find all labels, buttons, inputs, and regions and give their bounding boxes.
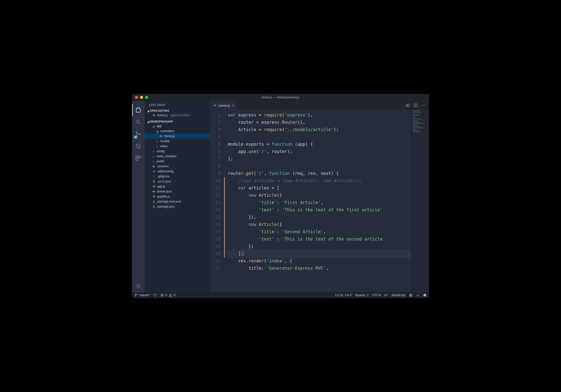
tree-item-label: app.js [157,185,165,188]
open-editor-item[interactable]: JS home.js app/controllers [145,113,210,118]
config-file-icon: ⚙ [152,170,156,173]
folder-item[interactable]: ▸public [145,159,210,164]
file-item[interactable]: JSgulpfile.js [145,194,210,199]
svg-point-17 [137,294,137,295]
json-file-icon: {} [152,180,156,183]
file-item[interactable]: {}package.json [145,204,210,209]
branch-name: master* [139,293,150,297]
scm-badge: 1 [134,136,137,139]
file-item[interactable]: JSapp.js [145,184,210,189]
svg-point-12 [422,105,423,106]
titlebar: home.js — NewExpressApp [132,94,429,101]
close-tab-icon[interactable]: × [232,103,234,107]
encoding-status[interactable]: UTF-8 [372,293,381,297]
more-icon[interactable] [422,103,426,108]
folder-item[interactable]: ◢app [145,124,210,129]
tree-item-label: home.js [164,134,175,138]
chevron-down-icon: ◢ [156,130,159,133]
compare-icon[interactable] [405,103,410,108]
minimap[interactable] [411,110,429,292]
folder-item[interactable]: ▸config [145,149,210,154]
chevron-right-icon: ▸ [152,155,155,158]
eol-status[interactable]: LF [384,293,388,297]
language-mode[interactable]: JavaScript [391,293,405,297]
line-number-gutter: 12345678910111213141516171819202122 [210,110,224,292]
file-item[interactable]: 🐦.bowerrc [145,164,210,169]
cursor-position[interactable]: Ln 20, Col 5 [335,293,352,297]
tree-item-label: bower.json [157,190,171,193]
chevron-down-icon: ◢ [147,120,150,123]
open-editors-label: OPEN EDITORS [150,109,169,112]
app-window: home.js — NewExpressApp 1 [132,94,429,298]
json-file-icon: {} [152,205,156,208]
svg-point-8 [137,285,139,287]
svg-point-21 [424,295,425,295]
tree-item-label: controllers [160,129,174,133]
tab-home-js[interactable]: JS home.js × [210,101,237,110]
svg-point-15 [135,294,135,294]
json-file-icon: {} [152,200,156,203]
live-share-icon[interactable] [416,293,419,297]
window-title: home.js — NewExpressApp [132,96,429,99]
svg-point-13 [424,105,424,106]
svg-point-3 [139,134,141,135]
folder-item[interactable]: ▸views [145,144,210,149]
js-file-icon: JS [152,114,156,116]
error-count: 0 [165,293,167,297]
notifications-icon[interactable] [423,293,427,297]
git-branch-status[interactable]: master* [134,293,150,297]
folder-item[interactable]: ▸models [145,139,210,144]
code-content[interactable]: var express = require('express'), router… [225,110,411,292]
file-item[interactable]: ◌.gitignore [145,174,210,179]
project-header[interactable]: ◢ NEWEXPRESSAPP [145,120,210,124]
folder-item[interactable]: ▸node_modules [145,154,210,159]
sync-status[interactable] [153,293,157,297]
tree-item-label: package-lock.json [157,200,181,203]
tree-item-label: public [157,160,164,163]
editor-tabs: JS home.js × [210,101,429,110]
code-editor[interactable]: 12345678910111213141516171819202122 var … [210,110,429,292]
svg-point-16 [135,296,135,296]
chevron-down-icon: ◢ [152,125,155,128]
file-item[interactable]: JShome.js [145,134,210,139]
indentation-status[interactable]: Spaces: 2 [355,293,369,297]
sidebar-explorer: EXPLORER ◢ OPEN EDITORS JS home.js app/c… [145,101,210,292]
file-item[interactable]: {}package-lock.json [145,199,210,204]
settings-gear-icon[interactable] [132,280,144,292]
problems-status[interactable]: 0 0 [160,293,175,297]
search-icon[interactable] [132,116,144,128]
file-item[interactable]: {}.yo-rc.json [145,179,210,184]
file-item[interactable]: ⚙.editorconfig [145,169,210,174]
close-window-button[interactable] [135,96,138,99]
open-editors-header[interactable]: ◢ OPEN EDITORS [145,109,210,113]
svg-rect-5 [136,156,138,158]
extensions-icon[interactable] [132,152,144,164]
js-file-icon: JS [152,195,156,198]
tree-item-label: models [160,139,170,143]
tree-item-label: package.json [157,205,175,208]
maximize-window-button[interactable] [145,96,148,99]
window-controls [135,96,148,99]
tree-item-label: .gitignore [157,175,169,178]
chevron-right-icon: ▸ [152,150,155,153]
tree-item-label: app [157,124,162,128]
svg-point-1 [136,132,137,133]
svg-rect-10 [408,104,409,107]
feedback-icon[interactable] [409,293,412,297]
split-editor-icon[interactable] [413,103,418,108]
js-file-icon: JS [213,104,217,107]
svg-rect-7 [136,159,138,161]
sidebar-title: EXPLORER [145,101,210,108]
chevron-right-icon: ▸ [156,140,159,143]
tree-item-label: .editorconfig [157,170,173,173]
tree-item-label: node_modules [157,154,177,158]
debug-icon[interactable] [132,140,144,152]
file-item[interactable]: 🐦bower.json [145,189,210,194]
main-area: 1 EXPLORER ◢ OPEN EDITORS JS [132,101,429,292]
explorer-icon[interactable] [132,104,144,116]
source-control-icon[interactable]: 1 [132,128,144,140]
tree-item-label: views [160,144,168,148]
activity-bar: 1 [132,101,145,292]
minimize-window-button[interactable] [140,96,143,99]
folder-item[interactable]: ◢controllers [145,129,210,134]
